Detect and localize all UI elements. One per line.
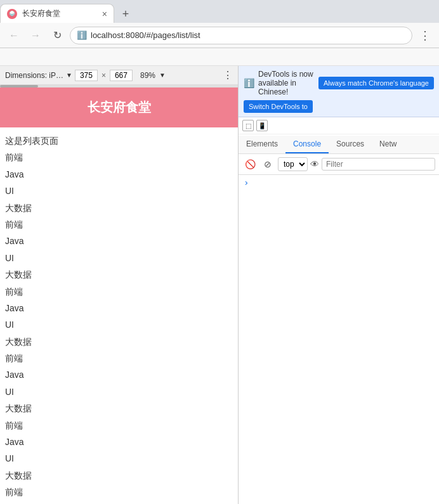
devtools-device-icon[interactable]: 📱: [256, 120, 268, 131]
more-button[interactable]: ⋮: [416, 27, 434, 44]
forward-button[interactable]: →: [27, 27, 44, 44]
list-item: UI: [0, 183, 238, 199]
list-item: UI: [0, 316, 238, 333]
list-item: Java: [0, 300, 238, 316]
list-item: 前端: [0, 350, 238, 366]
devtools-notification: ℹ️ DevTools is now available in Chinese!…: [239, 66, 439, 117]
new-tab-button[interactable]: +: [117, 5, 134, 23]
switch-devtools-button[interactable]: Switch DevTools to: [244, 100, 313, 113]
tab-bar: 🍚 长安府食堂 × +: [0, 0, 439, 23]
tab-favicon: 🍚: [7, 9, 17, 19]
dimension-dropdown-icon[interactable]: ▼: [66, 72, 72, 79]
devtools-console[interactable]: ›: [239, 175, 439, 504]
list-item: 大数据: [0, 333, 238, 350]
back-button[interactable]: ←: [5, 27, 23, 44]
clear-console-icon[interactable]: 🚫: [242, 157, 258, 172]
eye-icon[interactable]: 👁: [310, 159, 319, 169]
tab-title: 长安府食堂: [22, 8, 97, 19]
devtools-icon-row: ⬚ 📱: [239, 117, 439, 134]
list-item: UI: [0, 250, 238, 266]
devtools-tabs: Elements Console Sources Netw: [239, 136, 439, 154]
zoom-label: 89%: [140, 71, 155, 80]
console-prompt: ›: [244, 178, 249, 188]
dimension-label: Dimensions: iP…: [5, 71, 63, 80]
console-filter-input[interactable]: [322, 158, 435, 171]
context-selector[interactable]: top: [278, 157, 308, 171]
list-item: 大数据: [0, 266, 238, 283]
bookmarks-bar: [0, 48, 439, 66]
list-item: 大数据: [0, 467, 238, 484]
more-options-icon[interactable]: ⋮: [223, 69, 233, 81]
match-language-button[interactable]: Always match Chrome's language: [318, 77, 434, 89]
page-content[interactable]: 长安府食堂 这是列表页面 前端JavaUI大数据前端JavaUI大数据前端Jav…: [0, 87, 238, 504]
list-item: UI: [0, 450, 238, 467]
page-area: Dimensions: iP… ▼ × 89% ▼ ⋮ 长安府食堂 这是列表页面: [0, 66, 238, 504]
notification-text: DevTools is now available in Chinese!: [258, 70, 315, 96]
list-item: 前端: [0, 417, 238, 434]
list-items-container: 前端JavaUI大数据前端JavaUI大数据前端JavaUI大数据前端JavaU…: [0, 149, 238, 504]
navigation-bar: ← → ↻ ℹ️ localhost:8080/#/pages/list/lis…: [0, 23, 439, 48]
notification-info-icon: ℹ️: [244, 78, 254, 88]
list-item: Java: [0, 501, 238, 504]
list-item: 前端: [0, 283, 238, 300]
devtools-panel: ℹ️ DevTools is now available in Chinese!…: [238, 66, 439, 504]
tab-console[interactable]: Console: [285, 136, 329, 153]
list-intro: 这是列表页面: [0, 132, 238, 149]
dimension-width-input[interactable]: [75, 70, 98, 81]
dimension-bar: Dimensions: iP… ▼ × 89% ▼ ⋮: [0, 66, 238, 85]
list-item: Java: [0, 233, 238, 249]
list-item: 前端: [0, 149, 238, 165]
content-area: Dimensions: iP… ▼ × 89% ▼ ⋮ 长安府食堂 这是列表页面: [0, 66, 439, 504]
address-bar[interactable]: ℹ️ localhost:8080/#/pages/list/list: [70, 27, 412, 44]
reload-button[interactable]: ↻: [48, 27, 66, 44]
page-inner: 长安府食堂 这是列表页面 前端JavaUI大数据前端JavaUI大数据前端Jav…: [0, 87, 238, 504]
tab-close-button[interactable]: ×: [102, 10, 107, 18]
zoom-dropdown-icon[interactable]: ▼: [159, 72, 166, 79]
filter-icon[interactable]: ⊘: [260, 157, 275, 172]
address-text: localhost:8080/#/pages/list/list: [91, 30, 405, 40]
tab-sources[interactable]: Sources: [329, 136, 372, 153]
devtools-toolbar: 🚫 ⊘ top 👁: [239, 154, 439, 175]
list-item: 前端: [0, 216, 238, 233]
browser-window: 🍚 长安府食堂 × + ← → ↻ ℹ️ localhost:8080/#/pa…: [0, 0, 439, 504]
list-item: UI: [0, 384, 238, 400]
tab-network[interactable]: Netw: [372, 136, 404, 153]
list-item: Java: [0, 434, 238, 450]
address-lock-icon: ℹ️: [77, 30, 87, 40]
list-item: 大数据: [0, 200, 238, 216]
dimension-x-separator: ×: [102, 71, 106, 80]
devtools-inspect-icon[interactable]: ⬚: [242, 120, 254, 131]
list-item: 前端: [0, 484, 238, 500]
dimension-height-input[interactable]: [110, 70, 133, 81]
list-item: Java: [0, 166, 238, 183]
browser-tab[interactable]: 🍚 长安府食堂 ×: [0, 4, 114, 23]
list-item: 大数据: [0, 400, 238, 417]
tab-elements[interactable]: Elements: [239, 136, 285, 153]
list-item: Java: [0, 366, 238, 383]
page-header: 长安府食堂: [0, 87, 238, 127]
